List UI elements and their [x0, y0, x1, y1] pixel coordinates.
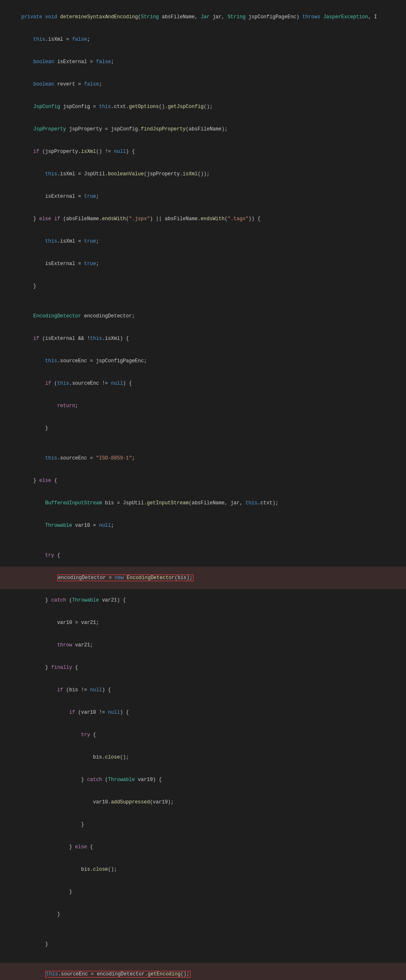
- code-line: if (isExternal && !this.isXml) {: [0, 327, 406, 350]
- code-line: }: [0, 881, 406, 903]
- code-line: } catch (Throwable var21) {: [0, 589, 406, 612]
- code-line: } else {: [0, 469, 406, 492]
- code-line: private void determineSyntaxAndEncoding(…: [0, 6, 406, 28]
- code-line-highlighted: this.sourceEnc = encodingDetector.getEnc…: [0, 963, 406, 980]
- code-line: EncodingDetector encodingDetector;: [0, 305, 406, 327]
- code-line: isExternal = true;: [0, 253, 406, 275]
- code-line: bis.close();: [0, 746, 406, 769]
- empty-line: [0, 955, 406, 963]
- code-line: if (bis != null) {: [0, 679, 406, 701]
- code-line-highlighted: encodingDetector = new EncodingDetector(…: [0, 567, 406, 589]
- code-line: this.sourceEnc = jspConfigPageEnc;: [0, 350, 406, 372]
- code-line: JspConfig jspConfig = this.ctxt.getOptio…: [0, 96, 406, 118]
- code-line: } else if (absFileName.endsWith(".jspx")…: [0, 208, 406, 230]
- code-line: boolean isExternal = false;: [0, 51, 406, 73]
- code-line: } finally {: [0, 656, 406, 679]
- code-line: throw var21;: [0, 634, 406, 656]
- empty-line: [0, 297, 406, 305]
- code-line: try {: [0, 544, 406, 567]
- code-line: BufferedInputStream bis = JspUtil.getInp…: [0, 492, 406, 514]
- code-line: }: [0, 275, 406, 297]
- code-line: return;: [0, 395, 406, 417]
- code-line: this.sourceEnc = "ISO-8859-1";: [0, 447, 406, 469]
- code-line: }: [0, 933, 406, 955]
- code-container: private void determineSyntaxAndEncoding(…: [0, 4, 406, 980]
- empty-line: [0, 440, 406, 447]
- code-line: }: [0, 813, 406, 836]
- code-line: }: [0, 417, 406, 440]
- code-line: boolean revert = false;: [0, 73, 406, 96]
- code-line: }: [0, 903, 406, 926]
- code-line: var10 = var21;: [0, 612, 406, 634]
- empty-line: [0, 537, 406, 544]
- code-line: try {: [0, 724, 406, 746]
- code-line: } else {: [0, 836, 406, 858]
- code-line: Throwable var10 = null;: [0, 514, 406, 537]
- code-line: this.isXml = false;: [0, 28, 406, 51]
- code-line: bis.close();: [0, 858, 406, 881]
- code-line: isExternal = true;: [0, 185, 406, 208]
- code-line: if (var10 != null) {: [0, 701, 406, 724]
- code-line: if (jspProperty.isXml() != null) {: [0, 140, 406, 163]
- code-line: if (this.sourceEnc != null) {: [0, 372, 406, 395]
- code-line: var10.addSuppressed(var19);: [0, 791, 406, 813]
- empty-line: [0, 926, 406, 933]
- code-line: } catch (Throwable var19) {: [0, 769, 406, 791]
- code-line: JspProperty jspProperty = jspConfig.find…: [0, 118, 406, 140]
- code-line: this.isXml = true;: [0, 230, 406, 253]
- code-line: this.isXml = JspUtil.booleanValue(jspPro…: [0, 163, 406, 185]
